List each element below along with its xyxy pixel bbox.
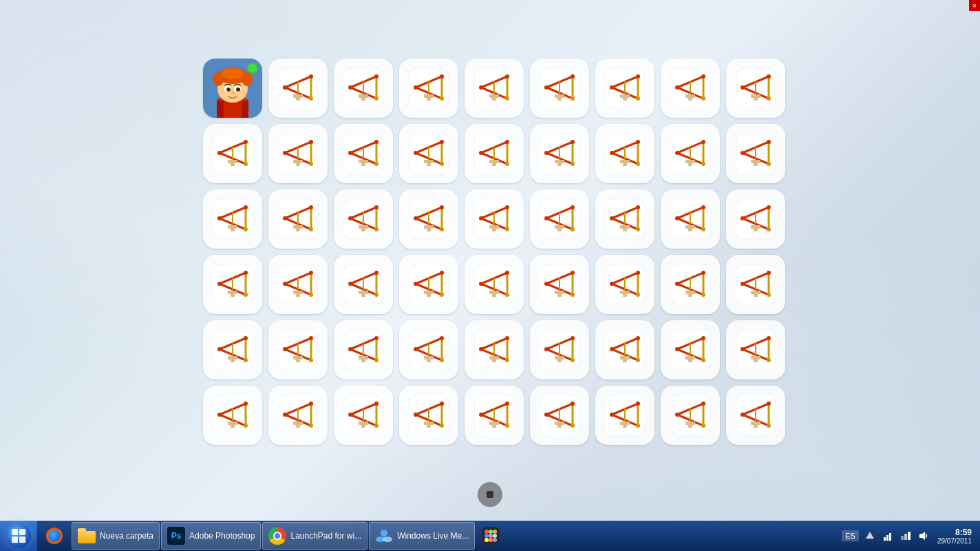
app-icon[interactable]: [203, 124, 262, 183]
svg-point-13: [228, 89, 230, 90]
app-icon[interactable]: [399, 320, 458, 380]
svg-rect-207: [296, 229, 300, 231]
language-indicator[interactable]: ES: [842, 530, 859, 541]
taskbar-item-wlm[interactable]: Windows Live Me...: [369, 522, 475, 550]
tray-icon-network[interactable]: [881, 529, 895, 543]
svg-rect-507: [492, 425, 496, 428]
app-icon[interactable]: [465, 59, 524, 118]
svg-point-43: [414, 85, 418, 90]
app-icon[interactable]: [268, 255, 328, 314]
app-icon[interactable]: [726, 59, 785, 118]
taskbar-item-photoshop[interactable]: Ps Adobe Photoshop: [161, 522, 261, 550]
app-icon[interactable]: [399, 59, 458, 118]
app-icon[interactable]: [334, 255, 393, 314]
app-icon[interactable]: [465, 124, 524, 183]
svg-point-353: [675, 282, 679, 286]
svg-point-85: [701, 96, 705, 101]
svg-rect-367: [754, 294, 758, 297]
app-icon[interactable]: [595, 189, 654, 249]
app-icon[interactable]: [661, 189, 720, 249]
app-icon[interactable]: [661, 386, 720, 445]
app-icon[interactable]: [465, 189, 524, 249]
svg-rect-397: [361, 360, 365, 362]
app-icon[interactable]: [399, 189, 458, 249]
app-icon[interactable]: [530, 59, 589, 118]
svg-point-303: [348, 282, 352, 286]
mac-launchpad-icon: [482, 527, 500, 545]
taskbar-item-mac[interactable]: [476, 522, 507, 550]
page-indicator[interactable]: [478, 482, 502, 507]
app-icon[interactable]: [268, 189, 328, 249]
svg-point-274: [767, 205, 771, 209]
tray-icon-network2[interactable]: [899, 529, 913, 543]
svg-rect-537: [688, 425, 692, 428]
taskbar-item-folder[interactable]: Nueva carpeta: [72, 522, 160, 550]
svg-rect-467: [231, 425, 235, 428]
app-icon[interactable]: [530, 124, 589, 183]
close-button[interactable]: ×: [969, 0, 980, 11]
tray-icon-notifications[interactable]: [863, 529, 877, 543]
taskbar-item-firefox[interactable]: [40, 522, 70, 550]
app-icon[interactable]: [465, 320, 524, 380]
app-icon[interactable]: [530, 320, 589, 380]
svg-rect-366: [751, 291, 760, 294]
app-icon[interactable]: [726, 189, 785, 249]
clock[interactable]: 8:59 29/07/2011: [935, 528, 974, 545]
svg-point-334: [571, 271, 575, 275]
app-icon[interactable]: [334, 189, 393, 249]
svg-point-143: [479, 151, 483, 155]
svg-point-283: [217, 282, 222, 286]
svg-rect-387: [296, 360, 300, 362]
app-icon[interactable]: [726, 124, 785, 183]
app-icon[interactable]: [595, 320, 654, 380]
svg-rect-66: [555, 94, 564, 98]
app-icon[interactable]: [530, 189, 589, 249]
app-icon[interactable]: [595, 255, 654, 314]
app-icon[interactable]: [726, 320, 785, 380]
tray-icon-volume[interactable]: [917, 529, 930, 543]
app-icon[interactable]: [268, 386, 328, 445]
app-icon[interactable]: [334, 320, 393, 380]
app-icon[interactable]: [399, 255, 458, 314]
app-icon[interactable]: [203, 189, 262, 249]
svg-point-14: [238, 89, 239, 90]
app-icon[interactable]: [530, 255, 589, 314]
svg-point-405: [440, 358, 444, 362]
svg-point-415: [505, 358, 509, 362]
svg-point-124: [374, 140, 379, 144]
app-icon[interactable]: [465, 255, 524, 314]
app-icon[interactable]: [595, 124, 654, 183]
app-icon[interactable]: [399, 124, 458, 183]
svg-point-135: [440, 162, 444, 166]
app-icon[interactable]: [334, 124, 393, 183]
fry-avatar-icon[interactable]: [203, 59, 262, 118]
app-icon[interactable]: [661, 255, 720, 314]
app-icon[interactable]: [595, 386, 654, 445]
app-icon[interactable]: [334, 386, 393, 445]
app-icon[interactable]: [268, 124, 328, 183]
app-icon[interactable]: [726, 255, 785, 314]
svg-rect-286: [228, 291, 237, 294]
start-button[interactable]: [0, 521, 37, 551]
app-icon[interactable]: [334, 59, 393, 118]
app-icon[interactable]: [726, 386, 785, 445]
app-icon[interactable]: [595, 59, 654, 118]
taskbar-item-launchpad[interactable]: LaunchPad for wi...: [262, 522, 368, 550]
svg-point-344: [636, 271, 640, 275]
app-icon[interactable]: [203, 320, 262, 380]
app-icon[interactable]: [399, 386, 458, 445]
app-icon[interactable]: [203, 255, 262, 314]
svg-point-373: [217, 347, 222, 351]
app-icon[interactable]: [465, 386, 524, 445]
app-icon[interactable]: [268, 59, 328, 118]
app-icon[interactable]: [530, 386, 589, 445]
app-icon[interactable]: [661, 124, 720, 183]
app-icon[interactable]: [661, 320, 720, 380]
svg-point-561: [493, 534, 497, 538]
svg-rect-546: [751, 422, 760, 425]
svg-rect-457: [754, 360, 758, 362]
app-icon[interactable]: [203, 386, 262, 445]
taskbar-apps: Nueva carpeta Ps Adobe Photoshop LaunchP…: [37, 521, 842, 551]
app-icon[interactable]: [661, 59, 720, 118]
app-icon[interactable]: [268, 320, 328, 380]
